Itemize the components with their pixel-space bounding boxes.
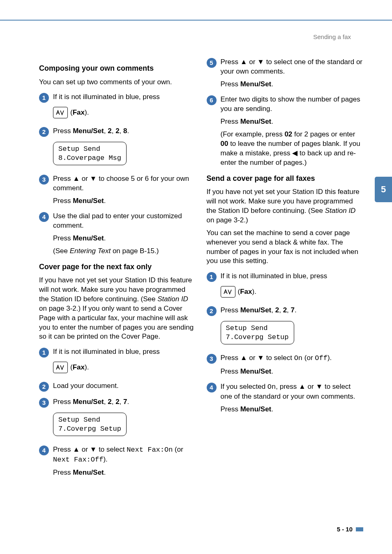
- fax-label: (Fax).: [70, 363, 89, 372]
- arrow-down-icon: [257, 354, 264, 362]
- page-marker-icon: [356, 527, 363, 531]
- step-text: Press Menu/Set, 2, 2, 8.: [53, 127, 196, 136]
- step: 5 Press or to select one of the standard…: [207, 58, 364, 76]
- columns: Composing your own comments You can set …: [39, 58, 363, 480]
- arrow-up-icon: [73, 446, 80, 453]
- step-text: If you selected On, press or to select o…: [221, 382, 364, 402]
- heading-next-fax: Cover page for the next fax only: [39, 262, 196, 272]
- step: 2 Load your document.: [39, 381, 196, 392]
- step-badge: 4: [207, 383, 217, 392]
- step: 4 If you selected On, press or to select…: [207, 382, 364, 402]
- step: 6 Enter two digits to show the number of…: [207, 95, 364, 114]
- text: You can set the machine to send a cover …: [207, 229, 364, 266]
- step-text: If it is not illuminated in blue, press: [53, 347, 196, 357]
- step-badge: 2: [39, 127, 49, 137]
- fax-key: (Fax).: [53, 107, 89, 118]
- header-rule: [0, 20, 392, 21]
- fax-label: (Fax).: [70, 108, 89, 118]
- sub-text: Press Menu/Set.: [53, 468, 196, 478]
- page-number: 5 - 10: [337, 525, 363, 533]
- fax-icon: [53, 362, 68, 373]
- heading-compose: Composing your own comments: [39, 63, 196, 73]
- arrow-down-icon: [257, 58, 264, 66]
- left-column: Composing your own comments You can set …: [39, 58, 196, 480]
- step: 3 Press or to choose 5 or 6 for your own…: [39, 174, 196, 193]
- step: 2 Press Menu/Set, 2, 2, 7.: [207, 306, 364, 316]
- step: 3 Press or to select On (or Off).: [207, 353, 364, 364]
- lcd-display: Setup Send 7.Coverpg Setup: [53, 413, 127, 436]
- heading-all-faxes: Send a cover page for all faxes: [207, 173, 364, 183]
- step-badge: 1: [207, 272, 217, 282]
- sub-text: Press Menu/Set.: [221, 367, 364, 376]
- page: Sending a fax 5 Composing your own comme…: [0, 0, 392, 554]
- text: You can set up two comments of your own.: [39, 78, 196, 87]
- step-text: If it is not illuminated in blue, press: [53, 92, 196, 102]
- sub-text: Press Menu/Set.: [221, 80, 364, 89]
- sub-text: (For example, press 02 for 2 pages or en…: [221, 130, 364, 168]
- step-text: If it is not illuminated in blue, press: [221, 272, 364, 281]
- arrow-down-icon: [316, 383, 323, 390]
- sub-text: (See Entering Text on page B-15.): [53, 247, 196, 256]
- arrow-left-icon: [292, 149, 297, 157]
- step: 1 If it is not illuminated in blue, pres…: [39, 92, 196, 103]
- step-text: Load your document.: [53, 381, 196, 391]
- step-badge: 1: [39, 93, 49, 103]
- text: If you have not yet set your Station ID …: [207, 187, 364, 225]
- lcd-display: Setup Send 7.Coverpg Setup: [221, 321, 294, 344]
- step: 4 Use the dial pad to enter your customi…: [39, 212, 196, 231]
- step-badge: 4: [39, 212, 49, 222]
- sub-text: Press Menu/Set.: [221, 405, 364, 414]
- text: If you have not yet set your Station ID …: [39, 276, 196, 342]
- step-text: Press or to select one of the standard o…: [221, 58, 364, 76]
- arrow-down-icon: [90, 175, 97, 182]
- arrow-up-icon: [73, 175, 80, 182]
- step-text: Press Menu/Set, 2, 2, 7.: [53, 397, 196, 407]
- step: 1 If it is not illuminated in blue, pres…: [207, 272, 364, 282]
- sub-text: Press Menu/Set.: [221, 117, 364, 127]
- fax-icon: [221, 286, 235, 298]
- step-text: Press Menu/Set, 2, 2, 7.: [221, 306, 364, 315]
- right-column: 5 Press or to select one of the standard…: [207, 58, 364, 480]
- section-header: Sending a fax: [39, 33, 351, 41]
- fax-key: (Fax).: [221, 286, 256, 298]
- step-text: Press or to select Next Fax:On (or Next …: [53, 445, 196, 465]
- step-badge: 3: [39, 398, 49, 408]
- sub-text: Press Menu/Set.: [53, 234, 196, 243]
- step-badge: 6: [207, 95, 217, 105]
- step-badge: 3: [207, 354, 217, 364]
- chapter-tab: 5: [375, 177, 392, 202]
- arrow-down-icon: [90, 446, 97, 453]
- arrow-up-icon: [299, 383, 306, 390]
- step-badge: 2: [207, 306, 217, 316]
- step: 2 Press Menu/Set, 2, 2, 8.: [39, 127, 196, 137]
- step-badge: 1: [39, 348, 49, 358]
- fax-label: (Fax).: [238, 287, 256, 297]
- step-badge: 5: [207, 58, 217, 68]
- step-text: Use the dial pad to enter your customize…: [53, 212, 196, 231]
- step: 4 Press or to select Next Fax:On (or Nex…: [39, 445, 196, 465]
- lcd-display: Setup Send 8.Coverpage Msg: [53, 142, 127, 165]
- fax-icon: [53, 107, 68, 118]
- step-text: Press or to choose 5 or 6 for your own c…: [53, 174, 196, 193]
- fax-key: (Fax).: [53, 362, 89, 373]
- sub-text: Press Menu/Set.: [53, 196, 196, 206]
- step: 3 Press Menu/Set, 2, 2, 7.: [39, 397, 196, 408]
- step-badge: 2: [39, 382, 49, 392]
- step-badge: 4: [39, 446, 49, 455]
- arrow-up-icon: [240, 58, 247, 66]
- step-badge: 3: [39, 175, 49, 185]
- step-text: Enter two digits to show the number of p…: [221, 95, 364, 114]
- arrow-up-icon: [240, 354, 247, 362]
- step: 1 If it is not illuminated in blue, pres…: [39, 347, 196, 358]
- step-text: Press or to select On (or Off).: [221, 353, 364, 363]
